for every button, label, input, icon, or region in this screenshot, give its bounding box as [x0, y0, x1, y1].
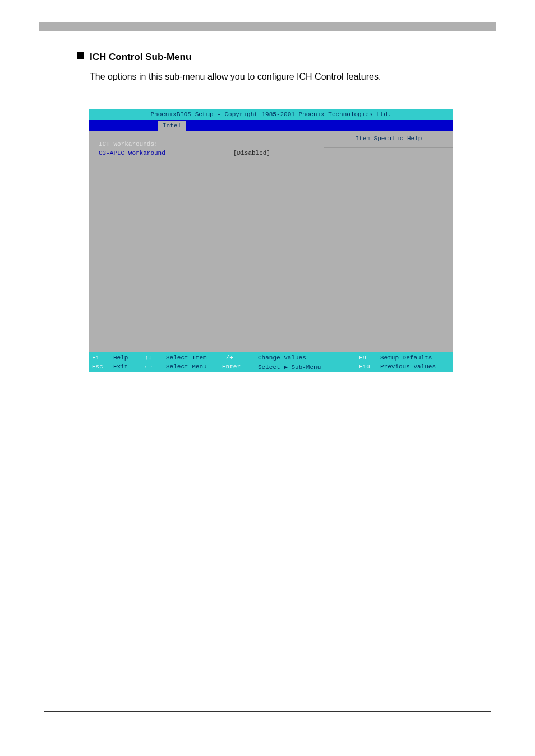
- setting-row[interactable]: C3-APIC Workaround [Disabled]: [99, 150, 313, 156]
- key-f1-text: Help: [113, 354, 145, 361]
- key-f9-text: Setup Defaults: [380, 354, 448, 361]
- key-f1: F1: [92, 354, 113, 361]
- section-description: The options in this sub-menu allow you t…: [90, 72, 381, 82]
- bios-content: ICH Workarounds: C3-APIC Workaround [Dis…: [89, 131, 453, 352]
- key-updown-text: Select Item: [166, 354, 222, 361]
- key-esc: Esc: [92, 363, 113, 370]
- key-esc-text: Exit: [113, 363, 145, 370]
- key-f9: F9: [359, 354, 380, 361]
- bios-screen: PhoenixBIOS Setup - Copyright 1985-2001 …: [89, 109, 453, 372]
- key-leftright-text: Select Menu: [166, 363, 222, 370]
- settings-section-header: ICH Workarounds:: [99, 141, 313, 147]
- page-header-bar: [39, 22, 496, 31]
- key-enter-text: Select ▶ Sub-Menu: [258, 363, 359, 371]
- bios-title-bar: PhoenixBIOS Setup - Copyright 1985-2001 …: [89, 109, 453, 120]
- help-divider: [324, 147, 453, 148]
- key-leftright: ←→: [145, 363, 166, 370]
- key-plusminus: -/+: [222, 354, 258, 361]
- bios-settings-panel: ICH Workarounds: C3-APIC Workaround [Dis…: [89, 131, 324, 352]
- bios-footer: F1 Help ↑↓ Select Item -/+ Change Values…: [89, 352, 453, 372]
- key-plusminus-text: Change Values: [258, 354, 359, 361]
- page-footer-line: [44, 711, 491, 712]
- tab-intel[interactable]: Intel: [158, 121, 186, 131]
- section-title: ICH Control Sub-Menu: [90, 52, 191, 63]
- key-f10: F10: [359, 363, 380, 370]
- bullet-icon: [77, 52, 84, 59]
- key-f10-text: Previous Values: [380, 363, 448, 370]
- help-title: Item Specific Help: [324, 131, 453, 142]
- bios-menu-bar[interactable]: Intel: [89, 120, 453, 131]
- bios-help-panel: Item Specific Help: [324, 131, 453, 352]
- setting-value[interactable]: [Disabled]: [233, 150, 270, 156]
- key-updown: ↑↓: [145, 354, 166, 361]
- key-enter: Enter: [222, 363, 258, 370]
- setting-label: C3-APIC Workaround: [99, 150, 233, 156]
